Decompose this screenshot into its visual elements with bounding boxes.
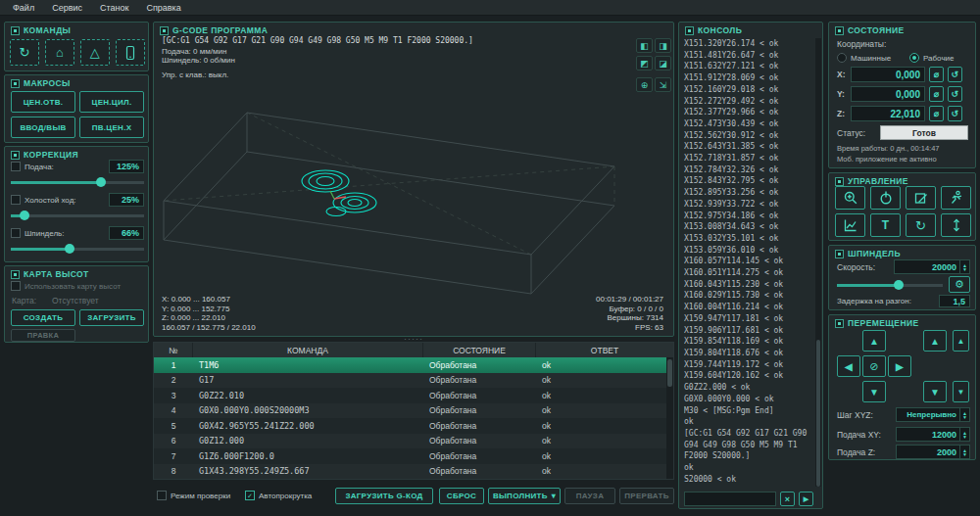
menu-machine[interactable]: Станок xyxy=(91,2,137,14)
macro-io-button[interactable]: ВВОД/ВЫВ xyxy=(11,117,75,138)
spindle-override-slider[interactable] xyxy=(11,243,144,255)
jog-x-plus-button[interactable]: ▶ xyxy=(888,355,911,377)
gcode-table-row[interactable]: 6 G0Z12.000 Обработана ok xyxy=(154,434,666,449)
tool-change-button[interactable]: T xyxy=(870,213,901,237)
spindle-speed-input[interactable]: 20000 ▲▼ xyxy=(894,259,970,274)
jog-a-minus-button[interactable]: ▼ xyxy=(953,381,969,402)
spindle-toggle-icon[interactable] xyxy=(835,250,844,258)
view-top-button[interactable]: ◨ xyxy=(655,38,671,53)
probe-command-button[interactable]: △ xyxy=(80,39,110,66)
menu-help[interactable]: Справка xyxy=(137,2,189,14)
step-xyz-select[interactable]: Непрерывно ▲▼ xyxy=(896,407,970,422)
autoscroll-checkbox[interactable]: ✓ Автопрокрутка xyxy=(245,491,312,500)
y-zero-button[interactable]: ⌀ xyxy=(929,86,944,102)
z-restore-button[interactable]: ↺ xyxy=(948,106,962,121)
mobile-app-button[interactable] xyxy=(116,39,145,66)
jog-a-plus-button[interactable]: ▲ xyxy=(953,330,969,352)
statistics-button[interactable] xyxy=(835,213,865,237)
work-coords-radio[interactable]: Рабочие xyxy=(909,53,954,63)
gcode-table-row[interactable]: 5 G0X42.965Y55.241Z22.000 Обработана ok xyxy=(154,418,666,434)
machine-coords-radio[interactable]: Машинные xyxy=(837,53,891,63)
check-mode-checkbox[interactable]: Режим проверки xyxy=(157,491,230,500)
heightmap-panel-title: КАРТА ВЫСОТ xyxy=(24,269,89,279)
reset-command-button[interactable]: ↻ xyxy=(10,39,39,66)
spinner-arrows-icon[interactable]: ▲▼ xyxy=(959,428,969,441)
jog-x-minus-button[interactable]: ◀ xyxy=(837,355,860,377)
row-command: G1Z6.000F1200.0 xyxy=(193,451,423,461)
view-iso-button[interactable]: ◧ xyxy=(636,38,653,53)
gcode-table-row[interactable]: 1 T1M6 Обработана ok xyxy=(154,357,666,373)
gcode-table-row[interactable]: 2 G17 Обработана ok xyxy=(154,373,666,389)
height-ruler-icon xyxy=(949,217,964,233)
view-front-button[interactable]: ◩ xyxy=(636,56,653,70)
gcode-table-row[interactable]: 3 G0Z22.010 Обработана ok xyxy=(154,388,666,403)
jog-y-minus-button[interactable]: ▼ xyxy=(862,381,886,402)
state-panel: СОСТОЯНИЕ Координаты: Машинные Рабочие X… xyxy=(828,22,976,168)
home-command-button[interactable]: ⌂ xyxy=(45,39,74,66)
spinup-delay-value[interactable]: 1,5 xyxy=(939,295,970,307)
pause-button[interactable]: ПАУЗА xyxy=(564,488,615,504)
rapid-override-checkbox[interactable]: Холостой ход: xyxy=(11,195,76,205)
spinner-arrows-icon[interactable]: ▲▼ xyxy=(959,408,969,421)
spindle-settings-button[interactable]: ⚙ xyxy=(949,276,970,293)
power-icon xyxy=(878,190,894,206)
x-range: X: 0.000 ... 160.057 xyxy=(162,295,256,305)
gcode-table-row[interactable]: 7 G1Z6.000F1200.0 Обработана ok xyxy=(154,448,666,464)
scrollbar-thumb[interactable] xyxy=(667,359,672,387)
sync-button[interactable]: ↻ xyxy=(906,213,936,237)
reset-button[interactable]: СБРОС xyxy=(439,488,484,504)
slider-knob[interactable] xyxy=(96,177,106,187)
menu-service[interactable]: Сервис xyxy=(43,2,91,14)
spindle-speed-slider[interactable] xyxy=(837,279,943,291)
gcode-table-row[interactable]: 4 G0X0.000Y0.000S20000M3 Обработана ok xyxy=(154,403,666,419)
console-scrollbar[interactable] xyxy=(815,38,821,487)
cnc-control-app: Файл Сервис Станок Справка КОМАНДЫ ↻ ⌂ △… xyxy=(0,0,980,516)
x-zero-button[interactable]: ⌀ xyxy=(929,67,944,82)
abort-button[interactable]: ПРЕРВАТЬ xyxy=(619,488,674,504)
spinner-arrows-icon[interactable]: ▲▼ xyxy=(959,446,969,458)
feed-xy-input[interactable]: 12000 ▲▼ xyxy=(896,427,970,442)
jog-z-plus-button[interactable]: ▲ xyxy=(923,330,947,352)
heightmap-open-button[interactable]: ЗАГРУЗИТЬ xyxy=(79,309,144,326)
run-button[interactable]: ВЫПОЛНИТЬ▾ xyxy=(488,488,561,504)
power-button[interactable] xyxy=(870,186,901,210)
feed-override-slider[interactable] xyxy=(11,176,144,188)
zoom-button[interactable] xyxy=(835,186,865,210)
tool-icon: T xyxy=(882,218,890,232)
gcode-table-row[interactable]: 8 G1X43.298Y55.249Z5.667 Обработана ok xyxy=(154,464,666,480)
console-clear-button[interactable]: × xyxy=(780,492,795,506)
toolpath-3d-viewport[interactable] xyxy=(154,83,675,306)
console-send-button[interactable]: ▶ xyxy=(799,492,813,506)
feed-z-input[interactable]: 2000 ▲▼ xyxy=(896,445,970,459)
slider-knob[interactable] xyxy=(894,280,904,290)
menu-file[interactable]: Файл xyxy=(4,2,43,14)
safe-position-button[interactable] xyxy=(941,186,971,210)
heightmap-create-button[interactable]: СОЗДАТЬ xyxy=(11,309,75,326)
jog-z-minus-button[interactable]: ▼ xyxy=(923,381,947,402)
slider-knob[interactable] xyxy=(20,211,29,220)
heightmap-edit-button[interactable]: ПРАВКА xyxy=(11,329,75,342)
view-left-button[interactable]: ◪ xyxy=(655,56,671,70)
macro-center-cylinder-button[interactable]: ЦЕН.ЦИЛ. xyxy=(79,91,144,113)
scrollbar-thumb[interactable] xyxy=(816,340,820,487)
spinner-arrows-icon[interactable]: ▲▼ xyxy=(959,260,969,273)
edit-origin-button[interactable] xyxy=(906,186,936,210)
macro-center-hole-button[interactable]: ЦЕН.ОТВ. xyxy=(11,91,75,113)
feed-override-checkbox[interactable]: Подача: xyxy=(11,162,54,171)
load-gcode-button[interactable]: ЗАГРУЗИТЬ G-КОД xyxy=(335,488,433,504)
console-log[interactable]: X151.320Y26.174 < okX151.481Y26.647 < ok… xyxy=(684,38,812,487)
console-input[interactable] xyxy=(684,492,776,506)
macro-surface-center-button[interactable]: ПВ.ЦЕН.Х xyxy=(79,117,144,138)
row-number: 2 xyxy=(154,375,193,385)
z-zero-button[interactable]: ⌀ xyxy=(929,106,944,121)
y-restore-button[interactable]: ↺ xyxy=(948,86,962,102)
spindle-override-checkbox[interactable]: Шпиндель: xyxy=(11,228,64,238)
slider-knob[interactable] xyxy=(65,244,74,254)
height-probe-button[interactable] xyxy=(941,213,971,237)
rapid-override-slider[interactable] xyxy=(11,210,144,221)
table-scrollbar[interactable] xyxy=(666,357,673,479)
use-heightmap-checkbox[interactable]: Использовать карту высот xyxy=(11,281,121,291)
x-restore-button[interactable]: ↺ xyxy=(948,67,962,82)
jog-stop-button[interactable]: ⊘ xyxy=(862,355,886,377)
jog-y-plus-button[interactable]: ▲ xyxy=(862,330,886,352)
